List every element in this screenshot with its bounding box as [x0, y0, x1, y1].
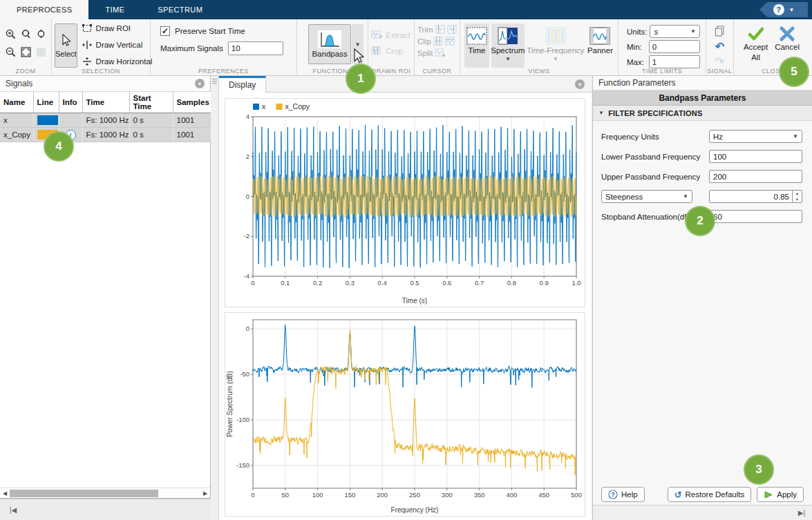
restore-icon: ↺	[674, 490, 682, 500]
max-input[interactable]: 1	[649, 55, 700, 68]
upper-passband-input[interactable]: 200	[709, 170, 802, 183]
units-dropdown[interactable]: s▼	[650, 25, 700, 38]
signals-horizontal-scrollbar[interactable]: ◀ ▶	[0, 488, 210, 498]
scroll-right-icon[interactable]: ▶	[200, 490, 210, 497]
svg-text:300: 300	[442, 491, 453, 499]
tab-time[interactable]: TIME	[88, 0, 141, 19]
time-view-button[interactable]: Time	[464, 23, 489, 68]
signals-collapse-icon[interactable]: ▼	[195, 79, 205, 88]
frequency-units-label: Frequency Units	[601, 133, 659, 141]
undo-icon[interactable]: ↶	[713, 39, 727, 53]
spectrum-plot[interactable]: 0501001502002503003504004505000-50-100-1…	[225, 313, 585, 516]
bottom-left-strip: |◀	[0, 499, 211, 520]
restore-defaults-button[interactable]: ↺ Restore Defaults	[668, 487, 752, 502]
zoom-y-icon[interactable]	[34, 27, 48, 41]
crop-button[interactable]: Crop	[371, 46, 411, 56]
mouse-pointer-icon	[352, 48, 364, 65]
spectrum-view-icon	[498, 27, 518, 45]
tab-spectrum[interactable]: SPECTRUM	[141, 0, 219, 19]
display-collapse-icon[interactable]: ▼	[575, 79, 585, 89]
col-samples[interactable]: Samples	[173, 92, 211, 113]
select-button[interactable]: Select	[55, 23, 77, 68]
time-plot[interactable]: 00.10.20.30.40.50.60.70.80.91.0-4-2024Ti…	[225, 99, 585, 307]
draw-horizontal-button[interactable]: Draw Horizontal	[82, 57, 153, 66]
col-start-time[interactable]: Start Time	[129, 92, 173, 113]
table-row[interactable]: x_Copy i Fs: 1000 Hz 0 s 1001	[0, 128, 211, 142]
accept-all-button[interactable]: Accept All	[744, 26, 768, 63]
scroll-left-icon[interactable]: ◀	[0, 490, 10, 497]
help-button[interactable]: ? Help	[601, 487, 645, 502]
svg-text:0: 0	[251, 491, 254, 499]
function-parameters-panel: Function Parameters Bandpass Parameters …	[592, 76, 812, 520]
stopband-attenuation-input[interactable]: 60	[709, 210, 802, 223]
clip-button[interactable]: Clip	[417, 37, 457, 46]
bandpass-button[interactable]: Bandpass	[308, 24, 351, 64]
stopband-attenuation-label: Stopband Attenuation(dB)	[601, 213, 692, 221]
annotation-badge-5: 5	[779, 57, 809, 87]
filter-specifications-section[interactable]: ▼ FILTER SPECIFICATIONS	[593, 106, 812, 121]
clip-icon-1	[433, 37, 443, 46]
clip-icon-2	[445, 37, 455, 46]
spinner-down-icon[interactable]: ▼	[793, 197, 802, 203]
lower-passband-input[interactable]: 100	[709, 150, 802, 163]
tab-display[interactable]: Display	[219, 76, 266, 93]
panner-view-button[interactable]: Panner	[587, 23, 614, 68]
collapse-right-icon[interactable]: ▶|	[798, 509, 805, 517]
trim-button[interactable]: Trim	[417, 25, 457, 34]
collapse-left-icon[interactable]: |◀	[10, 506, 17, 514]
trim-icon-2	[447, 25, 457, 34]
time-frequency-view-button[interactable]: Time-Frequency ▼	[527, 23, 585, 68]
line-color-swatch[interactable]	[37, 115, 58, 125]
annotation-badge-3: 3	[744, 454, 774, 485]
chevron-down-icon: ▼	[789, 7, 795, 13]
maximum-signals-input[interactable]: 10	[228, 41, 283, 55]
svg-text:-50: -50	[240, 370, 249, 378]
signals-panel-title: Signals	[6, 79, 32, 88]
pan-icon[interactable]	[34, 45, 48, 59]
apply-button[interactable]: Apply	[757, 487, 804, 502]
steepness-dropdown[interactable]: Steepness▼	[601, 190, 692, 203]
toolstrip: ZOOM Select Draw ROI Draw Vertical Draw …	[0, 19, 812, 76]
split-button[interactable]: Split	[417, 48, 457, 58]
fit-to-view-icon[interactable]	[19, 45, 32, 59]
svg-text:500: 500	[571, 491, 582, 499]
zoom-in-icon[interactable]	[3, 27, 17, 41]
svg-text:Time (s): Time (s)	[402, 297, 427, 305]
panel-splitter[interactable]	[211, 76, 219, 520]
spinner-up-icon[interactable]: ▲	[793, 191, 802, 197]
splitter-grip-icon	[212, 79, 217, 84]
col-name[interactable]: Name	[0, 92, 33, 113]
help-menu-button[interactable]: ? ▼	[759, 2, 808, 17]
spectrum-dropdown-caret[interactable]: ▼	[505, 56, 511, 62]
svg-text:0: 0	[251, 279, 254, 287]
duplicate-signal-icon[interactable]	[713, 24, 727, 38]
svg-text:0.5: 0.5	[410, 279, 419, 287]
table-row[interactable]: x i Fs: 1000 Hz 0 s 1001	[0, 113, 211, 128]
svg-text:0.2: 0.2	[313, 279, 322, 287]
question-mark-icon: ?	[773, 4, 784, 15]
svg-text:-100: -100	[236, 416, 249, 423]
draw-roi-button[interactable]: Draw ROI	[82, 23, 153, 33]
extract-button[interactable]: Extract	[371, 30, 411, 40]
time-plot-card: 00.10.20.30.40.50.60.70.80.91.0-4-2024Ti…	[225, 98, 585, 307]
redo-icon[interactable]: ↷	[713, 55, 727, 68]
min-input[interactable]: 0	[649, 40, 700, 53]
frequency-units-dropdown[interactable]: Hz▼	[709, 130, 802, 143]
draw-vertical-icon	[82, 40, 93, 50]
svg-text:0.4: 0.4	[378, 279, 387, 287]
section-collapse-caret: ▼	[598, 110, 604, 116]
tab-preprocess[interactable]: PREPROCESS	[0, 0, 88, 19]
time-view-icon	[466, 27, 487, 45]
col-line[interactable]: Line	[33, 92, 59, 113]
bandpass-filter-icon	[318, 30, 341, 48]
zoom-x-icon[interactable]	[19, 27, 32, 41]
steepness-spinner[interactable]: 0.85 ▲▼	[709, 190, 802, 203]
zoom-out-icon[interactable]	[3, 45, 17, 59]
scrollbar-thumb[interactable]	[10, 490, 158, 497]
apply-play-icon	[764, 490, 773, 499]
col-info[interactable]: Info	[59, 92, 82, 113]
draw-vertical-button[interactable]: Draw Vertical	[82, 40, 153, 50]
preserve-start-time-checkbox[interactable]: ✓	[160, 26, 170, 36]
col-time[interactable]: Time	[82, 92, 129, 113]
spectrum-view-button[interactable]: Spectrum ▼	[491, 23, 525, 68]
